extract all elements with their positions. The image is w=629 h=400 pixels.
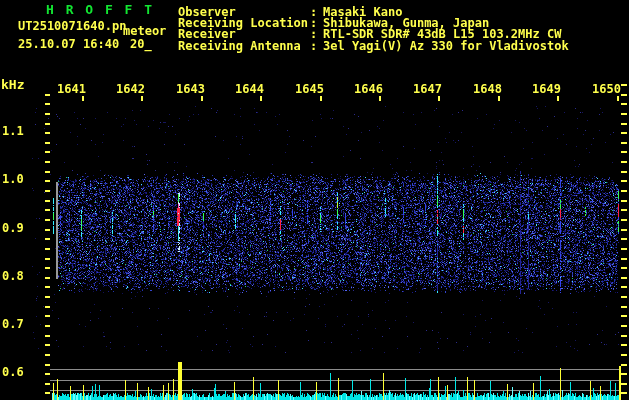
info-label: Receiving Antenna [178,40,301,52]
time-tick-label: 1645 [294,83,324,95]
time-tick-label: 1648 [472,83,502,95]
output-filename: UT2510071640.pn [18,20,126,32]
time-tick-label: 1649 [531,83,561,95]
freq-tick-label: 0.9 [2,222,24,234]
y-axis-unit-label: kHz [1,79,24,91]
time-tick-label: 1641 [56,83,86,95]
spectrogram-canvas [0,0,629,400]
time-tick-label: 1646 [353,83,383,95]
freq-tick-label: 0.6 [2,366,24,378]
time-tick-label: 1650 [591,83,621,95]
freq-tick-label: 1.1 [2,125,24,137]
observation-datetime: 25.10.07 16:40 [18,38,119,50]
app-title: H R O F F T [46,3,154,16]
time-tick-label: 1647 [412,83,442,95]
station-name: meteor [123,25,166,37]
info-colon: : [310,40,317,52]
freq-tick-label: 1.0 [2,173,24,185]
freq-tick-label: 0.8 [2,270,24,282]
time-tick-label: 1644 [234,83,264,95]
info-value: 3el Yagi(V) Az 330 for Vladivostok [323,40,569,52]
hrofft-screen: H R O F F T UT2510071640.pn meteor 25.10… [0,0,629,400]
time-tick-label: 1642 [115,83,145,95]
freq-tick-label: 0.7 [2,318,24,330]
time-tick-label: 1643 [175,83,205,95]
minute-counter: 20_ [130,38,152,50]
